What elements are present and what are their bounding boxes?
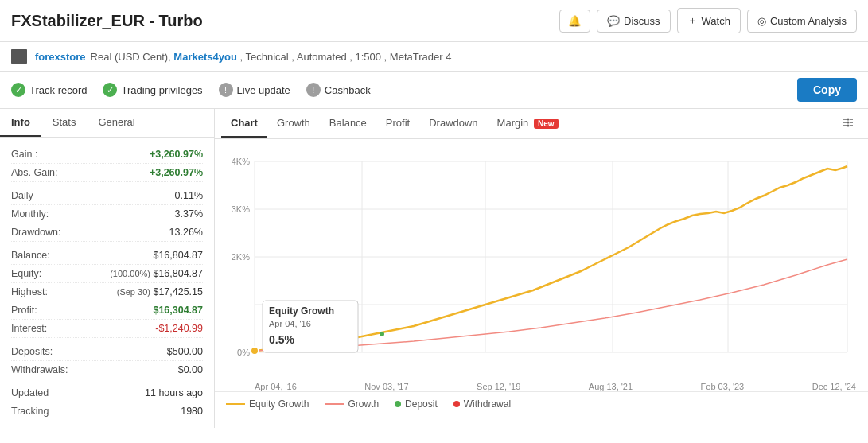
legend-withdrawal-dot [453, 401, 460, 407]
left-tabs: Info Stats General [0, 109, 214, 138]
deposit-dot-3 [380, 332, 384, 336]
profit-value: $16,304.87 [153, 305, 203, 316]
info-icon-cashback: ! [306, 83, 321, 97]
legend-withdrawal-label: Withdrawal [464, 398, 511, 410]
gain-label: Gain : [11, 149, 37, 160]
monthly-value: 3.37% [175, 208, 203, 220]
chart-tab-chart[interactable]: Chart [221, 110, 267, 138]
svg-text:4K%: 4K% [232, 157, 250, 166]
discuss-button[interactable]: 💬 Discuss [597, 10, 671, 33]
settings-icon[interactable] [835, 109, 862, 138]
chart-legend: Equity Growth Growth Deposit Withdrawal [215, 391, 868, 416]
withdrawals-label: Withdrawals: [11, 364, 68, 375]
legend-growth: Growth [325, 398, 379, 410]
copy-button[interactable]: Copy [797, 78, 857, 102]
tooltip-value-text: 0.5% [269, 333, 294, 346]
legend-growth-label: Growth [348, 398, 379, 410]
header-actions: 🔔 💬 Discuss ＋ Watch ◎ Custom Analysis [559, 8, 857, 33]
highest-amount: $17,425.15 [153, 286, 203, 297]
info-row-equity: Equity: (100.00%) $16,804.87 [11, 265, 203, 283]
store-link[interactable]: forexstore [35, 51, 86, 63]
legend-deposit-label: Deposit [405, 398, 438, 410]
info-row-profit: Profit: $16,304.87 [11, 301, 203, 320]
updated-value: 11 hours ago [145, 387, 203, 398]
subheader-info: Real (USD Cent), Markets4you , Technical… [91, 51, 452, 63]
tooltip-date-text: Apr 04, '16 [269, 319, 311, 328]
chart-tab-margin[interactable]: Margin New [488, 110, 568, 138]
badge-cashback: ! Cashback [306, 83, 371, 97]
deposits-value: $500.00 [167, 346, 203, 357]
subheader: forexstore Real (USD Cent), Markets4you … [0, 42, 868, 72]
svg-point-0 [847, 119, 850, 121]
interest-label: Interest: [11, 323, 47, 334]
checkmark-icon-track: ✓ [11, 83, 25, 97]
svg-point-2 [847, 125, 850, 127]
checkmark-icon-privileges: ✓ [103, 83, 117, 97]
balance-value: $16,804.87 [153, 250, 203, 261]
svg-point-1 [847, 122, 850, 124]
monthly-label: Monthly: [11, 208, 49, 220]
legend-withdrawal: Withdrawal [453, 398, 511, 410]
store-logo [11, 49, 27, 64]
markets-link[interactable]: Markets4you [173, 51, 236, 63]
chart-tab-balance[interactable]: Balance [320, 110, 376, 138]
main-chart-svg: 4K% 3K% 2K% 0% [223, 146, 851, 384]
watch-button[interactable]: ＋ Watch [677, 8, 741, 33]
x-label-4: Aug 13, '21 [589, 382, 633, 391]
right-panel: Chart Growth Balance Profit Drawdown Mar… [215, 109, 868, 428]
highest-prefix: (Sep 30) [117, 287, 150, 297]
equity-label: Equity: [11, 268, 41, 279]
x-label-3: Sep 12, '19 [477, 382, 520, 391]
chart-tab-drawdown[interactable]: Drawdown [419, 110, 487, 138]
badge-cashback-label: Cashback [325, 84, 371, 96]
tab-stats[interactable]: Stats [41, 109, 88, 137]
main-content: Info Stats General Gain : +3,260.97% Abs… [0, 109, 868, 428]
copy-button-container: Copy [797, 78, 857, 102]
info-row-highest: Highest: (Sep 30) $17,425.15 [11, 283, 203, 301]
interest-value: -$1,240.99 [155, 323, 203, 334]
legend-equity-growth-label: Equity Growth [249, 398, 309, 410]
info-row-interest: Interest: -$1,240.99 [11, 320, 203, 338]
legend-equity-growth: Equity Growth [226, 398, 309, 410]
daily-label: Daily [11, 190, 33, 201]
legend-deposit-dot [395, 401, 401, 407]
badge-trading-privileges: ✓ Trading privileges [103, 83, 202, 97]
legend-growth-line [325, 403, 344, 405]
info-row-gain: Gain : +3,260.97% [11, 146, 203, 164]
x-label-6: Dec 12, '24 [812, 382, 856, 391]
info-row-drawdown: Drawdown: 13.26% [11, 223, 203, 242]
chat-icon: 💬 [607, 15, 620, 27]
svg-text:2K%: 2K% [232, 252, 250, 262]
balance-label: Balance: [11, 250, 50, 261]
tooltip-dot [251, 347, 259, 355]
deposits-label: Deposits: [11, 346, 53, 357]
chart-icon: ◎ [757, 15, 766, 27]
svg-text:3K%: 3K% [232, 204, 250, 214]
equity-prefix: (100.00%) [110, 269, 150, 278]
chart-tab-profit[interactable]: Profit [376, 110, 419, 138]
info-icon-live: ! [219, 83, 233, 97]
info-table: Gain : +3,260.97% Abs. Gain: +3,260.97% … [0, 138, 214, 428]
info-row-withdrawals: Withdrawals: $0.00 [11, 361, 203, 379]
equity-value: (100.00%) $16,804.87 [110, 268, 203, 279]
badge-live-update-label: Live update [237, 84, 290, 96]
info-row-daily: Daily 0.11% [11, 187, 203, 205]
info-row-monthly: Monthly: 3.37% [11, 205, 203, 223]
tab-info[interactable]: Info [0, 109, 41, 137]
custom-analysis-button[interactable]: ◎ Custom Analysis [747, 10, 857, 33]
bell-button[interactable]: 🔔 [559, 10, 590, 33]
drawdown-label: Drawdown: [11, 227, 61, 238]
svg-text:0%: 0% [237, 348, 250, 357]
gain-value: +3,260.97% [150, 149, 203, 160]
chart-tab-growth[interactable]: Growth [267, 110, 320, 138]
info-row-updated: Updated 11 hours ago [11, 384, 203, 402]
highest-value: (Sep 30) $17,425.15 [117, 286, 203, 297]
tooltip-title-text: Equity Growth [269, 305, 334, 317]
chart-container: 4K% 3K% 2K% 0% [215, 139, 868, 391]
abs-gain-value: +3,260.97% [150, 167, 203, 178]
tab-general[interactable]: General [87, 109, 146, 137]
legend-equity-growth-line [226, 403, 245, 405]
header: FXStabilizer_EUR - Turbo 🔔 💬 Discuss ＋ W… [0, 0, 868, 42]
info-row-deposits: Deposits: $500.00 [11, 343, 203, 361]
badge-track-record: ✓ Track record [11, 83, 87, 97]
